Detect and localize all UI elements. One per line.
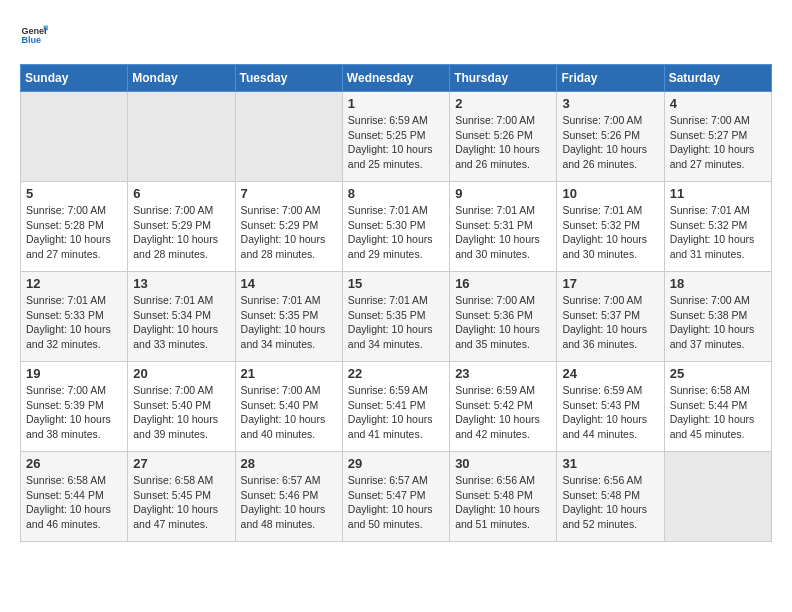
day-cell: 11Sunrise: 7:01 AMSunset: 5:32 PMDayligh… — [664, 182, 771, 272]
sunrise-text: Sunrise: 7:01 AM — [670, 204, 750, 216]
sunset-text: Sunset: 5:48 PM — [562, 489, 640, 501]
day-info: Sunrise: 6:58 AMSunset: 5:44 PMDaylight:… — [670, 383, 766, 442]
sunrise-text: Sunrise: 7:00 AM — [241, 384, 321, 396]
day-number: 29 — [348, 456, 444, 471]
day-number: 22 — [348, 366, 444, 381]
daylight-text: Daylight: 10 hours and 45 minutes. — [670, 413, 755, 440]
sunset-text: Sunset: 5:44 PM — [670, 399, 748, 411]
day-info: Sunrise: 6:58 AMSunset: 5:44 PMDaylight:… — [26, 473, 122, 532]
day-number: 19 — [26, 366, 122, 381]
header-wednesday: Wednesday — [342, 65, 449, 92]
sunrise-text: Sunrise: 7:01 AM — [241, 294, 321, 306]
sunrise-text: Sunrise: 7:01 AM — [455, 204, 535, 216]
day-number: 23 — [455, 366, 551, 381]
day-info: Sunrise: 7:00 AMSunset: 5:38 PMDaylight:… — [670, 293, 766, 352]
header-saturday: Saturday — [664, 65, 771, 92]
sunset-text: Sunset: 5:41 PM — [348, 399, 426, 411]
day-info: Sunrise: 7:00 AMSunset: 5:39 PMDaylight:… — [26, 383, 122, 442]
day-number: 20 — [133, 366, 229, 381]
day-number: 21 — [241, 366, 337, 381]
day-number: 4 — [670, 96, 766, 111]
daylight-text: Daylight: 10 hours and 36 minutes. — [562, 323, 647, 350]
sunset-text: Sunset: 5:28 PM — [26, 219, 104, 231]
sunset-text: Sunset: 5:29 PM — [133, 219, 211, 231]
day-info: Sunrise: 6:58 AMSunset: 5:45 PMDaylight:… — [133, 473, 229, 532]
sunrise-text: Sunrise: 6:59 AM — [455, 384, 535, 396]
sunrise-text: Sunrise: 7:01 AM — [562, 204, 642, 216]
page-header: General Blue — [20, 20, 772, 48]
sunrise-text: Sunrise: 6:59 AM — [348, 114, 428, 126]
sunset-text: Sunset: 5:27 PM — [670, 129, 748, 141]
sunset-text: Sunset: 5:35 PM — [348, 309, 426, 321]
daylight-text: Daylight: 10 hours and 40 minutes. — [241, 413, 326, 440]
day-number: 30 — [455, 456, 551, 471]
day-info: Sunrise: 7:00 AMSunset: 5:29 PMDaylight:… — [133, 203, 229, 262]
day-cell: 8Sunrise: 7:01 AMSunset: 5:30 PMDaylight… — [342, 182, 449, 272]
day-cell: 29Sunrise: 6:57 AMSunset: 5:47 PMDayligh… — [342, 452, 449, 542]
sunset-text: Sunset: 5:40 PM — [241, 399, 319, 411]
day-cell: 1Sunrise: 6:59 AMSunset: 5:25 PMDaylight… — [342, 92, 449, 182]
sunrise-text: Sunrise: 7:00 AM — [133, 384, 213, 396]
sunrise-text: Sunrise: 6:58 AM — [133, 474, 213, 486]
sunrise-text: Sunrise: 6:57 AM — [241, 474, 321, 486]
day-cell — [664, 452, 771, 542]
day-number: 24 — [562, 366, 658, 381]
daylight-text: Daylight: 10 hours and 51 minutes. — [455, 503, 540, 530]
day-number: 26 — [26, 456, 122, 471]
day-info: Sunrise: 7:00 AMSunset: 5:40 PMDaylight:… — [241, 383, 337, 442]
day-cell: 12Sunrise: 7:01 AMSunset: 5:33 PMDayligh… — [21, 272, 128, 362]
day-info: Sunrise: 7:00 AMSunset: 5:37 PMDaylight:… — [562, 293, 658, 352]
daylight-text: Daylight: 10 hours and 28 minutes. — [133, 233, 218, 260]
daylight-text: Daylight: 10 hours and 32 minutes. — [26, 323, 111, 350]
day-cell: 22Sunrise: 6:59 AMSunset: 5:41 PMDayligh… — [342, 362, 449, 452]
sunrise-text: Sunrise: 7:00 AM — [562, 294, 642, 306]
sunrise-text: Sunrise: 7:00 AM — [455, 294, 535, 306]
sunset-text: Sunset: 5:44 PM — [26, 489, 104, 501]
daylight-text: Daylight: 10 hours and 38 minutes. — [26, 413, 111, 440]
sunrise-text: Sunrise: 7:01 AM — [348, 294, 428, 306]
day-cell: 19Sunrise: 7:00 AMSunset: 5:39 PMDayligh… — [21, 362, 128, 452]
daylight-text: Daylight: 10 hours and 31 minutes. — [670, 233, 755, 260]
day-info: Sunrise: 7:00 AMSunset: 5:40 PMDaylight:… — [133, 383, 229, 442]
daylight-text: Daylight: 10 hours and 41 minutes. — [348, 413, 433, 440]
day-cell — [128, 92, 235, 182]
sunrise-text: Sunrise: 7:00 AM — [670, 114, 750, 126]
sunrise-text: Sunrise: 6:57 AM — [348, 474, 428, 486]
sunset-text: Sunset: 5:34 PM — [133, 309, 211, 321]
sunrise-text: Sunrise: 7:01 AM — [348, 204, 428, 216]
day-cell: 23Sunrise: 6:59 AMSunset: 5:42 PMDayligh… — [450, 362, 557, 452]
day-number: 6 — [133, 186, 229, 201]
week-row-1: 1Sunrise: 6:59 AMSunset: 5:25 PMDaylight… — [21, 92, 772, 182]
day-cell — [235, 92, 342, 182]
daylight-text: Daylight: 10 hours and 34 minutes. — [348, 323, 433, 350]
header-tuesday: Tuesday — [235, 65, 342, 92]
sunset-text: Sunset: 5:47 PM — [348, 489, 426, 501]
daylight-text: Daylight: 10 hours and 39 minutes. — [133, 413, 218, 440]
day-number: 14 — [241, 276, 337, 291]
sunset-text: Sunset: 5:31 PM — [455, 219, 533, 231]
header-friday: Friday — [557, 65, 664, 92]
header-sunday: Sunday — [21, 65, 128, 92]
header-row: SundayMondayTuesdayWednesdayThursdayFrid… — [21, 65, 772, 92]
day-cell: 6Sunrise: 7:00 AMSunset: 5:29 PMDaylight… — [128, 182, 235, 272]
day-cell: 17Sunrise: 7:00 AMSunset: 5:37 PMDayligh… — [557, 272, 664, 362]
daylight-text: Daylight: 10 hours and 33 minutes. — [133, 323, 218, 350]
sunset-text: Sunset: 5:42 PM — [455, 399, 533, 411]
daylight-text: Daylight: 10 hours and 27 minutes. — [26, 233, 111, 260]
day-cell: 9Sunrise: 7:01 AMSunset: 5:31 PMDaylight… — [450, 182, 557, 272]
day-info: Sunrise: 6:57 AMSunset: 5:47 PMDaylight:… — [348, 473, 444, 532]
daylight-text: Daylight: 10 hours and 52 minutes. — [562, 503, 647, 530]
daylight-text: Daylight: 10 hours and 30 minutes. — [562, 233, 647, 260]
day-info: Sunrise: 6:56 AMSunset: 5:48 PMDaylight:… — [455, 473, 551, 532]
sunset-text: Sunset: 5:36 PM — [455, 309, 533, 321]
daylight-text: Daylight: 10 hours and 46 minutes. — [26, 503, 111, 530]
header-thursday: Thursday — [450, 65, 557, 92]
header-monday: Monday — [128, 65, 235, 92]
day-number: 10 — [562, 186, 658, 201]
day-cell: 26Sunrise: 6:58 AMSunset: 5:44 PMDayligh… — [21, 452, 128, 542]
day-info: Sunrise: 7:00 AMSunset: 5:26 PMDaylight:… — [455, 113, 551, 172]
day-number: 8 — [348, 186, 444, 201]
sunrise-text: Sunrise: 6:59 AM — [348, 384, 428, 396]
sunset-text: Sunset: 5:48 PM — [455, 489, 533, 501]
day-cell: 28Sunrise: 6:57 AMSunset: 5:46 PMDayligh… — [235, 452, 342, 542]
